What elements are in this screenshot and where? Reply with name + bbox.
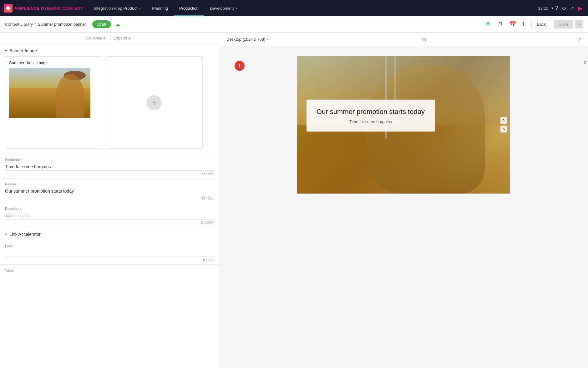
back-button[interactable]: Back [531,20,551,29]
summer-dress-image-card: Summer dress image [5,56,102,149]
label-field-input[interactable] [5,249,214,257]
preview-image: Our summer promotion starts today Time f… [297,56,510,194]
overlay-text-box: Our summer promotion starts today Time f… [307,100,435,132]
add-image-card[interactable]: + [106,56,203,149]
user-icon[interactable]: ↗ [568,3,576,13]
image-cards-container: Summer dress image + [0,56,219,154]
settings-icon[interactable]: ⚙ [560,3,568,13]
label-field-group: Label 0 / 255 [0,240,219,264]
chevron-down-icon-dev: ▾ [236,7,237,10]
add-image-icon[interactable]: + [147,95,162,110]
header-label: Header [5,182,214,186]
header-input[interactable] [5,187,214,195]
subheader-label: Subheader [5,158,214,162]
help-icon[interactable]: ? [553,3,560,13]
description-input[interactable] [5,212,214,220]
header-counter: 33 / 255 [5,196,214,200]
breadcrumb-current-page: Summer promotion banner [38,22,86,27]
subheader-counter: 22 / 255 [5,172,214,176]
overlay-title-text: Our summer promotion starts today [317,107,425,117]
breadcrumb: Content Library / Summer promotion banne… [5,22,86,27]
collapse-all-button[interactable]: Collapse all [86,36,107,40]
info-icon[interactable]: ℹ [520,19,526,30]
draft-status-button[interactable]: Draft [92,20,111,28]
left-editor-panel: Collapse all | Expand all ▾ Banner Image… [0,33,219,368]
content-toolbar: Content Library / Summer promotion banne… [0,16,588,33]
breadcrumb-root[interactable]: Content Library [5,22,33,27]
description-label: Description [5,207,214,210]
image-card-title: Summer dress image [5,57,102,68]
top-navigation: AMPLIENCE DYNAMIC CONTENT Integration Am… [0,0,588,16]
link-accelerator-chevron-icon: ▾ [5,232,7,236]
copy-preview-icon[interactable]: ⧉ [421,35,427,44]
open-external-icon[interactable]: ↗ [576,35,583,44]
value-field-label: Value [5,268,214,272]
nav-tab-planning[interactable]: Planning [146,0,174,16]
right-preview-panel: Desktop (1024 x 768) ▾ ⧉ ↗ 1 2 [219,33,588,368]
svg-marker-0 [6,6,11,11]
nav-time: 18:10 [538,6,549,11]
zoom-out-arrow[interactable]: ↘ [500,126,507,132]
nav-tab-production[interactable]: Production [174,0,204,16]
value-field-input[interactable] [5,273,214,281]
preview-side-controls: ↖ ↘ [500,117,507,132]
desktop-label: Desktop (1024 x 768) [226,37,265,42]
calendar-icon[interactable]: 📅 [507,19,518,30]
brand-logo-area: AMPLIENCE DYNAMIC CONTENT [4,4,83,13]
label-field-label: Label [5,244,214,248]
zoom-in-arrow[interactable]: ↖ [500,117,507,124]
history-icon[interactable]: ⏱ [495,19,505,29]
header-field-group: Header 33 / 255 [0,178,219,203]
subheader-field-group: Subheader 22 / 255 [0,154,219,178]
section-chevron-icon: ▾ [5,49,7,53]
cloud-save-icon[interactable]: ☁ [114,20,122,29]
viewport-dropdown-arrow: ▾ [267,38,269,41]
expand-all-button[interactable]: Expand all [113,36,132,40]
nav-tab-integration[interactable]: Integration Amp Product ▾ [88,0,146,16]
banner-image-section-title: Banner Image [9,48,37,53]
viewport-selector[interactable]: Desktop (1024 x 768) ▾ [224,36,271,43]
brand-icon [4,4,13,13]
subheader-input[interactable] [5,163,214,171]
image-card-thumbnail[interactable] [9,68,90,118]
chevron-down-icon: ▾ [139,7,141,10]
preview-eye-icon[interactable]: 👁 [484,19,493,29]
preview-toolbar: Desktop (1024 x 768) ▾ ⧉ ↗ [219,33,588,46]
main-content: Collapse all | Expand all ▾ Banner Image… [0,33,588,368]
preview-content-area: Our summer promotion starts today Time f… [219,46,588,368]
save-dropdown-button[interactable]: ▾ [575,20,583,29]
breadcrumb-separator: / [35,22,36,27]
link-accelerator-section-header[interactable]: ▾ Link Accelerator [0,227,219,240]
overlay-subtitle-text: Time for some bargains [317,119,425,124]
link-accelerator-title: Link Accelerator [9,232,41,237]
description-counter: 0 / 2000 [5,221,214,225]
bar-separator: | [110,36,111,40]
value-field-group: Value [0,264,219,284]
banner-image-section-header[interactable]: ▾ Banner Image [0,44,219,56]
save-button[interactable]: Save [554,20,573,29]
nav-tab-development[interactable]: Development ▾ [204,0,243,16]
collapse-expand-bar: Collapse all | Expand all [0,33,219,44]
label-counter: 0 / 255 [5,258,214,262]
amplience-logo-icon[interactable]: ▶ [576,3,584,14]
description-field-group: Description 0 / 2000 [0,203,219,227]
brand-name: AMPLIENCE DYNAMIC CONTENT [14,6,83,11]
step-1-badge: 1 [235,61,245,71]
